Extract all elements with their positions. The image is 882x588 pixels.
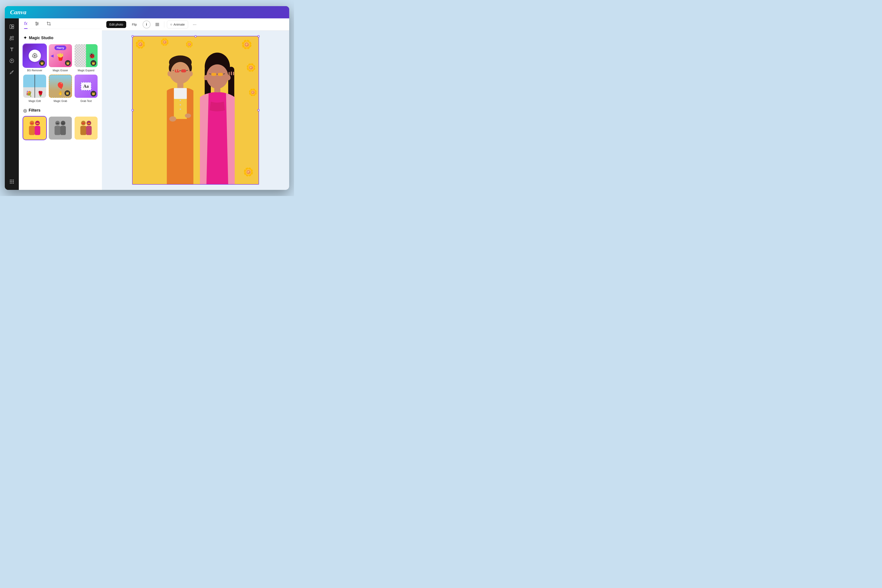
canva-logo: Canva — [10, 9, 27, 16]
svg-rect-82 — [233, 72, 234, 75]
feature-bg-remover[interactable]: 👑 BG Remover — [23, 44, 46, 72]
canvas-toolbar: Edit photo Flip i ○ — [102, 18, 289, 31]
svg-rect-6 — [11, 180, 12, 180]
handle-mid-right[interactable] — [258, 109, 260, 111]
sidebar-item-upload[interactable] — [7, 56, 16, 66]
filter-couple-svg-0 — [23, 117, 46, 140]
grab-text-label: Grab Text — [80, 99, 92, 103]
more-button[interactable]: ··· — [191, 21, 199, 28]
svg-rect-9 — [11, 181, 12, 182]
magic-studio-header: ✦ Magic Studio — [23, 35, 98, 40]
more-icon: ··· — [193, 22, 196, 27]
app-window: Canva — [5, 6, 289, 190]
filter-item-0[interactable] — [23, 117, 46, 140]
handle-top-right[interactable] — [258, 35, 260, 38]
filters-header: ◎ Filters — [23, 108, 98, 113]
svg-point-3 — [12, 36, 14, 38]
sidebar-item-layout[interactable] — [7, 22, 16, 32]
svg-rect-41 — [87, 123, 90, 124]
svg-point-77 — [204, 75, 208, 80]
edit-photo-button[interactable]: Edit photo — [106, 21, 126, 28]
photo-container[interactable]: 🌼 🌼 🌼 🌼 🌼 🌼 🌼 — [132, 36, 259, 184]
svg-point-20 — [34, 55, 35, 56]
svg-rect-39 — [86, 126, 92, 135]
harry-badge: Harry — [54, 45, 66, 50]
feature-magic-eraser[interactable]: Harry ◀ 🍟 👑 Magic Eraser — [49, 44, 72, 72]
handle-mid-top[interactable] — [195, 35, 196, 38]
couple-illustration — [133, 36, 259, 184]
svg-rect-4 — [10, 39, 11, 40]
position-button[interactable] — [153, 20, 161, 28]
svg-rect-81 — [231, 72, 232, 75]
sidebar-item-draw[interactable] — [7, 68, 16, 77]
svg-rect-30 — [55, 126, 61, 135]
svg-point-78 — [226, 75, 231, 80]
filter-couple-svg-2 — [75, 117, 98, 140]
svg-rect-25 — [35, 126, 40, 135]
handle-top-left[interactable] — [132, 35, 134, 38]
svg-rect-26 — [31, 123, 33, 124]
filter-item-2[interactable] — [75, 117, 98, 140]
sidebar-item-elements[interactable] — [7, 33, 16, 43]
canvas-content: 🌼 🌼 🌼 🌼 🌼 🌼 🌼 — [102, 31, 289, 190]
fx-label: fx — [24, 21, 28, 26]
svg-rect-58 — [177, 82, 183, 89]
photo-background: 🌼 🌼 🌼 🌼 🌼 🌼 🌼 — [133, 36, 259, 184]
svg-point-15 — [36, 22, 37, 23]
feature-grab-text[interactable]: Aa 👑 Grab Text — [75, 75, 98, 102]
svg-rect-66 — [176, 68, 177, 72]
svg-rect-33 — [56, 123, 59, 124]
canvas-area: Edit photo Flip i ○ — [102, 18, 289, 190]
header: Canva — [5, 6, 289, 18]
feature-magic-edit[interactable]: 💐 🌹 Magic Edit — [23, 75, 46, 102]
settings-icon — [32, 53, 38, 59]
filters-icon: ◎ — [23, 108, 27, 113]
info-button[interactable]: i — [142, 21, 150, 28]
magic-expand-thumb: 🐞 👑 — [75, 44, 98, 67]
svg-rect-80 — [229, 72, 230, 75]
magic-edit-label: Magic Edit — [28, 99, 41, 103]
sidebar-item-apps[interactable] — [7, 177, 16, 186]
crown-badge-magic-grab: 👑 — [64, 90, 70, 96]
magic-grab-thumb: 🎈 🤚 👑 — [49, 75, 72, 98]
svg-rect-8 — [10, 181, 11, 182]
feature-magic-grab[interactable]: 🎈 🤚 👑 Magic Grab — [49, 75, 72, 102]
grab-text-thumb: Aa 👑 — [75, 75, 98, 98]
flip-button[interactable]: Flip — [129, 21, 140, 28]
filter-preview-1 — [49, 117, 72, 140]
magic-eraser-label: Magic Eraser — [53, 69, 68, 72]
svg-rect-13 — [13, 183, 14, 183]
feature-magic-expand[interactable]: 🐞 👑 Magic Expand — [75, 44, 98, 72]
tab-fx[interactable]: fx — [24, 21, 28, 28]
magic-studio-icon: ✦ — [23, 35, 27, 40]
svg-point-56 — [168, 71, 171, 76]
panel-tabs: fx — [19, 18, 102, 29]
svg-rect-0 — [10, 25, 12, 28]
sidebar — [5, 18, 19, 190]
svg-point-17 — [37, 23, 38, 24]
svg-rect-72 — [212, 73, 217, 76]
svg-rect-7 — [13, 180, 14, 180]
svg-rect-11 — [10, 183, 11, 183]
sidebar-item-text[interactable] — [7, 45, 16, 54]
magic-studio-grid: 👑 BG Remover Harry ◀ 🍟 👑 Magic Eraser — [23, 44, 98, 103]
filter-couple-svg-1 — [49, 117, 72, 140]
crop-icon — [46, 21, 51, 26]
svg-point-60 — [180, 100, 181, 101]
position-icon — [155, 22, 160, 27]
animate-label: Animate — [174, 23, 184, 26]
info-icon: i — [146, 22, 147, 27]
svg-rect-27 — [36, 123, 39, 124]
animate-button[interactable]: ○ Animate — [167, 21, 188, 28]
svg-rect-32 — [60, 126, 66, 135]
handle-mid-left[interactable] — [132, 109, 134, 111]
svg-rect-59 — [174, 88, 187, 99]
tab-adjust[interactable] — [34, 21, 39, 28]
svg-rect-65 — [174, 69, 175, 72]
svg-point-62 — [180, 108, 181, 110]
filter-preview-0 — [23, 117, 46, 140]
svg-rect-34 — [62, 123, 64, 124]
tab-crop[interactable] — [46, 21, 51, 28]
photo-frame: 🌼 🌼 🌼 🌼 🌼 🌼 🌼 — [132, 36, 259, 184]
filter-item-1[interactable] — [49, 117, 72, 140]
